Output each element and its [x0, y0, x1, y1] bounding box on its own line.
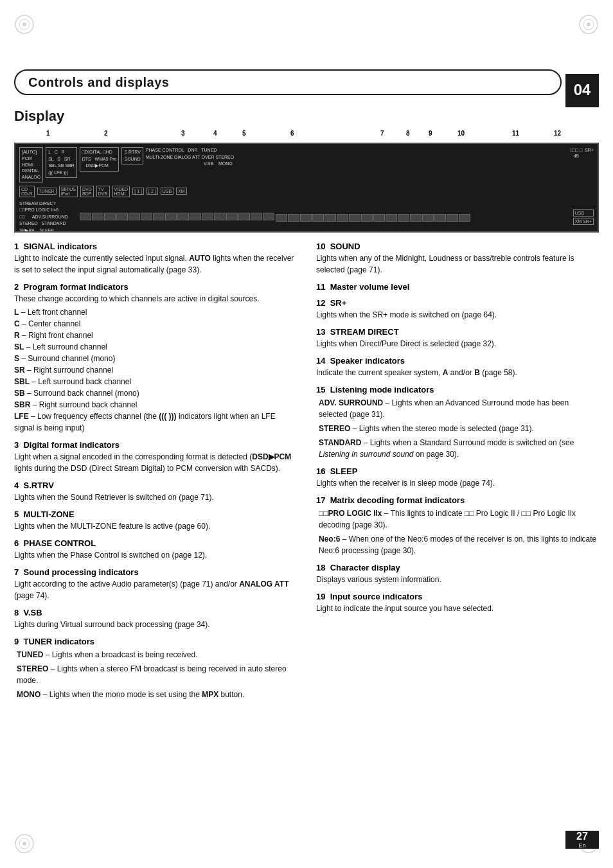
item-11-title: 11 Master volume level	[316, 282, 599, 292]
item-12-body: Lights when the SR+ mode is switched on …	[316, 309, 599, 321]
display-top-row: [AUTO]PCMHDMIDIGITALANALOG L C R SL S SR…	[15, 144, 598, 184]
corner-decoration-tr	[576, 12, 601, 37]
item-18-character-display: 18 Character display Displays various sy…	[316, 563, 599, 585]
dp-srplus-block: SR+	[585, 147, 594, 153]
item-2-title: 2 Program format indicators	[14, 282, 297, 292]
item-18-body: Displays various system information.	[316, 574, 599, 585]
left-column: 1 SIGNAL indicators Light to indicate th…	[14, 242, 297, 707]
item-19-body: Light to indicate the input source you h…	[316, 603, 599, 614]
num-label-1: 1	[46, 130, 50, 137]
seg-12	[214, 213, 226, 220]
items-columns: 1 SIGNAL indicators Light to indicate th…	[14, 242, 599, 707]
item-15-adv-surround: ADV. SURROUND – Lights when an Advanced …	[319, 397, 599, 420]
dp-volume-block: □□□ □ dB	[570, 147, 582, 159]
seg-6	[141, 213, 152, 220]
dp-digital-block: □DIGITAL □HD DTS WMA9 Pro DSD▶PCM	[80, 147, 120, 172]
dp-xm-label: XM	[176, 188, 187, 195]
item-15-listening-mode: 15 Listening mode indicators ADV. SURROU…	[316, 385, 599, 460]
item-8-title: 8 V.SB	[14, 608, 297, 617]
right-column: 10 SOUND Lights when any of the Midnight…	[316, 242, 599, 707]
item-16-body: Lights when the receiver is in sleep mod…	[316, 477, 599, 489]
item-16-sleep: 16 SLEEP Lights when the receiver is in …	[316, 466, 599, 489]
display-container: 1 2 3 4 5 6 7 8 9 10 11 12 [AUTO]PCMHDMI…	[14, 130, 599, 233]
item-17-title: 17 Matrix decoding format indicators	[316, 495, 599, 505]
seg-9	[177, 213, 189, 220]
dp-tv-label: TVDVR	[96, 186, 110, 197]
item-5-multizone: 5 MULTI-ZONE Lights when the MULTI-ZONE …	[14, 509, 297, 532]
item-8-vsb: 8 V.SB Lights during Virtual surround ba…	[14, 608, 297, 630]
item-2-body: These change according to which channels…	[14, 293, 297, 434]
seg-1	[80, 213, 91, 220]
item-10-title: 10 SOUND	[316, 242, 599, 251]
item-9-mono: MONO – Lights when the mono mode is set …	[17, 689, 297, 700]
num-label-8: 8	[406, 130, 410, 137]
seg-11	[202, 213, 213, 220]
item-9-tuned: TUNED – Lights when a broadcast is being…	[17, 649, 297, 660]
item-19-title: 19 Input source indicators	[316, 592, 599, 601]
item-13-stream-direct: 13 STREAM DIRECT Lights when Direct/Pure…	[316, 327, 599, 350]
item-5-body: Lights when the MULTI-ZONE feature is ac…	[14, 520, 297, 532]
seg-7	[153, 213, 164, 220]
dp-channels-block: L C R SL S SR SBL SB SBR ((( LFE )))	[46, 147, 77, 178]
item-2-program-format: 2 Program format indicators These change…	[14, 282, 297, 434]
page-badge: 27 En	[565, 831, 599, 849]
item-9-body: TUNED – Lights when a broadcast is being…	[14, 649, 297, 700]
dp-sirius-label: SIRIUSiPod	[59, 186, 78, 197]
item-10-body: Lights when any of the Midnight, Loudnes…	[316, 252, 599, 276]
item-14-title: 14 Speaker indicators	[316, 356, 599, 366]
num-label-9: 9	[429, 130, 432, 137]
item-6-phase-control: 6 PHASE CONTROL Lights when the Phase Co…	[14, 538, 297, 561]
item-8-body: Lights during Virtual surround back proc…	[14, 619, 297, 630]
number-labels-row: 1 2 3 4 5 6 7 8 9 10 11 12	[14, 130, 599, 143]
svg-point-8	[22, 842, 26, 846]
item-6-body: Lights when the Phase Control is switche…	[14, 549, 297, 561]
num-label-3: 3	[181, 130, 185, 137]
chapter-badge: 04	[565, 74, 599, 107]
dp-usb-label: USB	[161, 188, 173, 195]
seg-10	[190, 213, 201, 220]
seg-3	[104, 213, 116, 220]
chapter-number: 04	[574, 82, 591, 98]
dp-input-indicators: USB XM SR+	[573, 209, 594, 225]
item-3-title: 3 Digital format indicators	[14, 440, 297, 450]
item-17-prologic: □□PRO LOGIC IIx – This lights to indicat…	[319, 508, 599, 531]
item-7-body: Light according to the active Audio para…	[14, 578, 297, 601]
item-13-title: 13 STREAM DIRECT	[316, 327, 599, 337]
svg-point-2	[22, 22, 26, 26]
item-14-speaker-indicators: 14 Speaker indicators Indicate the curre…	[316, 356, 599, 378]
dp-video-label: VIDEOHDMI	[112, 186, 130, 197]
item-7-sound-processing: 7 Sound processing indicators Light acco…	[14, 567, 297, 601]
item-17-neo6: Neo:6 – When one of the Neo:6 modes of t…	[319, 533, 599, 556]
seg-14	[238, 213, 250, 220]
item-18-title: 18 Character display	[316, 563, 599, 572]
item-14-body: Indicate the current speaker system, A a…	[316, 367, 599, 378]
dp-input-row: CDCD-R TUNER SIRIUSiPod DVDBDP TVDVR VID…	[15, 186, 598, 197]
item-11-master-volume: 11 Master volume level	[316, 282, 599, 292]
item-1-signal-indicators: 1 SIGNAL indicators Light to indicate th…	[14, 242, 297, 276]
main-content: Display 1 2 3 4 5 6 7 8 9 10 11 12 [AUTO…	[14, 108, 599, 829]
display-panel: [AUTO]PCMHDMIDIGITALANALOG L C R SL S SR…	[14, 143, 599, 233]
dp-bottom-row: STREAM DIRECT □□PRO LOGIC II×6 □□ ADV.SU…	[15, 199, 598, 233]
item-15-title: 15 Listening mode indicators	[316, 385, 599, 394]
item-4-srtrv: 4 S.RTRV Lights when the Sound Retriever…	[14, 481, 297, 503]
item-12-title: 12 SR+	[316, 298, 599, 308]
item-4-body: Lights when the Sound Retriever is switc…	[14, 492, 297, 503]
dp-seg-row1	[80, 213, 274, 222]
item-3-digital-format: 3 Digital format indicators Light when a…	[14, 440, 297, 474]
dp-tuner-label: TUNER	[37, 188, 57, 195]
seg-15	[251, 213, 262, 220]
svg-point-5	[587, 22, 591, 26]
num-label-6: 6	[290, 130, 294, 137]
num-label-11: 11	[512, 130, 519, 137]
page-en-label: En	[578, 842, 585, 849]
corner-decoration-tl	[12, 12, 37, 37]
item-9-stereo: STEREO – Lights when a stereo FM broadca…	[17, 663, 297, 686]
item-15-stereo: STEREO – Lights when the stereo mode is …	[319, 423, 599, 434]
item-3-body: Light when a signal encoded in the corre…	[14, 451, 297, 474]
seg-5	[129, 213, 140, 220]
item-17-matrix-decoding: 17 Matrix decoding format indicators □□P…	[316, 495, 599, 556]
dp-bracket2-label: [ 2 ]	[147, 188, 158, 195]
page-title: Controls and displays	[28, 75, 169, 90]
item-7-title: 7 Sound processing indicators	[14, 567, 297, 577]
item-9-title: 9 TUNER indicators	[14, 637, 297, 646]
